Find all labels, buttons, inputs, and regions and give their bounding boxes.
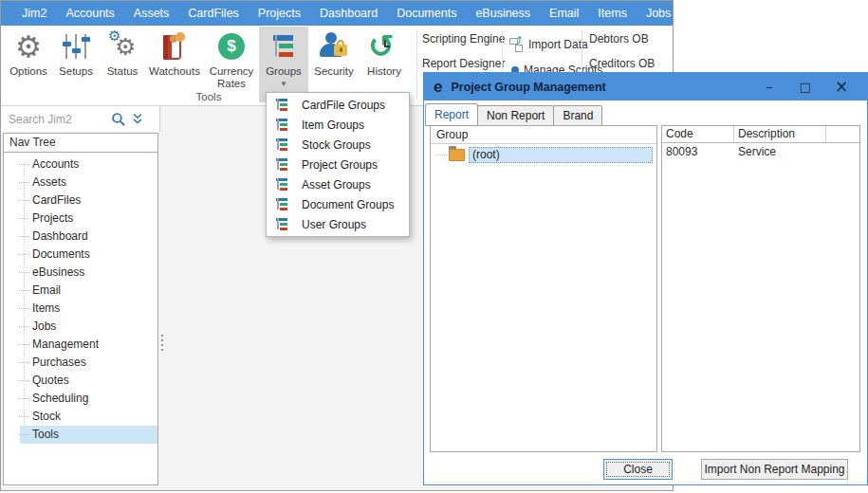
- menu-email[interactable]: Email: [540, 1, 588, 26]
- nav-item-tools[interactable]: Tools: [20, 426, 157, 444]
- dialog-titlebar[interactable]: e Project Group Management – □ ×: [424, 73, 867, 100]
- cell-code: 80093: [662, 143, 734, 160]
- minimize-button[interactable]: –: [751, 73, 787, 100]
- close-button[interactable]: Close: [603, 459, 673, 480]
- nav-item-scheduling[interactable]: Scheduling: [20, 390, 157, 408]
- nav-item-management[interactable]: Management: [20, 336, 157, 354]
- menu-jobs[interactable]: Jobs: [637, 1, 680, 26]
- column-header-description[interactable]: Description: [734, 126, 826, 142]
- report-designer-link[interactable]: Report Designer: [422, 57, 505, 70]
- maximize-button[interactable]: □: [787, 73, 823, 100]
- search-icon[interactable]: [111, 112, 126, 127]
- menu-item-stock-groups[interactable]: Stock Groups: [267, 135, 409, 155]
- setups-button[interactable]: Setups: [52, 27, 100, 91]
- column-header-code[interactable]: Code: [662, 126, 734, 142]
- nav-item-jobs[interactable]: Jobs: [20, 318, 157, 336]
- menu-item-asset-groups[interactable]: Asset Groups: [267, 174, 409, 194]
- column-header-empty: [826, 126, 859, 142]
- tree-icon: [275, 217, 289, 231]
- nav-item-quotes[interactable]: Quotes: [20, 372, 157, 390]
- menu-projects[interactable]: Projects: [249, 1, 310, 26]
- import-non-report-mapping-button[interactable]: Import Non Report Mapping: [701, 459, 848, 480]
- watchouts-button[interactable]: Watchouts: [145, 27, 204, 91]
- nav-tree-panel: Nav Tree Accounts Assets CardFiles Proje…: [3, 133, 158, 485]
- tree-icon: [275, 98, 289, 112]
- root-tree-item[interactable]: (root): [469, 147, 653, 163]
- import-pages-icon: ⤴: [509, 37, 525, 52]
- nav-tree-list: Accounts Assets CardFiles Projects Dashb…: [4, 153, 157, 444]
- menu-jim2[interactable]: Jim2: [12, 1, 56, 26]
- close-window-button[interactable]: ×: [823, 73, 859, 100]
- security-button[interactable]: Security: [308, 27, 360, 91]
- dialog-tabs: Report Non Report Brand: [425, 103, 601, 126]
- menu-accounts[interactable]: Accounts: [56, 1, 123, 26]
- person-lock-icon: [318, 29, 350, 64]
- tree-icon: [275, 177, 289, 192]
- group-list-panel: Code Description 80093 Service: [661, 125, 860, 452]
- menu-item-project-groups[interactable]: Project Groups: [267, 155, 409, 174]
- cell-description: Service: [734, 143, 826, 160]
- sliders-icon: [62, 29, 90, 64]
- import-data-link[interactable]: ⤴ Import Data: [509, 37, 588, 52]
- status-button[interactable]: ⚙ ⚙ Status: [100, 27, 145, 91]
- book-icon: [159, 29, 190, 64]
- debtors-ob-link[interactable]: Debtors OB: [589, 32, 649, 46]
- nav-item-purchases[interactable]: Purchases: [20, 354, 157, 372]
- table-row[interactable]: 80093 Service: [662, 143, 859, 160]
- dollar-coin-icon: $: [218, 29, 245, 64]
- tab-non-report[interactable]: Non Report: [477, 105, 554, 126]
- tree-icon: [275, 197, 289, 211]
- menu-documents[interactable]: Documents: [387, 1, 466, 26]
- clock-undo-icon: ↺: [368, 29, 400, 64]
- menu-item-document-groups[interactable]: Document Groups: [267, 194, 409, 214]
- tree-icon: [275, 157, 289, 172]
- jim2-logo-icon: e: [434, 73, 442, 100]
- currency-rates-button[interactable]: $ Currency Rates: [204, 27, 259, 91]
- table-header: Code Description: [662, 126, 859, 143]
- menu-item-item-groups[interactable]: Item Groups: [267, 115, 409, 135]
- nav-item-projects[interactable]: Projects: [20, 210, 157, 228]
- menu-ebusiness[interactable]: eBusiness: [466, 1, 540, 26]
- menu-cardfiles[interactable]: CardFiles: [178, 1, 249, 26]
- ribbon-separator: [416, 29, 417, 100]
- scripting-engine-link[interactable]: Scripting Engine: [422, 32, 505, 46]
- folder-icon: [449, 149, 465, 161]
- tab-brand[interactable]: Brand: [553, 105, 602, 126]
- nav-item-accounts[interactable]: Accounts: [20, 155, 157, 173]
- nav-item-dashboard[interactable]: Dashboard: [20, 228, 157, 246]
- options-button[interactable]: ⚙ Options: [5, 27, 52, 91]
- tree-row-root[interactable]: (root): [431, 147, 656, 163]
- splitter-handle[interactable]: [161, 335, 163, 351]
- menu-assets[interactable]: Assets: [124, 1, 179, 26]
- search-bar: [1, 106, 160, 132]
- double-gear-icon: ⚙ ⚙: [107, 29, 138, 64]
- nav-item-stock[interactable]: Stock: [20, 408, 157, 426]
- nav-item-cardfiles[interactable]: CardFiles: [20, 192, 157, 210]
- dialog-title: Project Group Management: [451, 81, 605, 94]
- menu-item-user-groups[interactable]: User Groups: [267, 214, 409, 234]
- gear-icon: ⚙: [15, 29, 42, 64]
- tree-icon: [275, 137, 289, 152]
- nav-item-items[interactable]: Items: [20, 300, 157, 318]
- search-input[interactable]: [9, 113, 107, 126]
- groups-dropdown-menu: CardFile Groups Item Groups Stock Groups…: [266, 92, 410, 237]
- nav-tree-header: Nav Tree: [4, 134, 157, 153]
- nav-item-assets[interactable]: Assets: [20, 173, 157, 192]
- menu-item-cardfile-groups[interactable]: CardFile Groups: [267, 95, 409, 115]
- creditors-ob-link[interactable]: Creditors OB: [589, 57, 655, 70]
- history-button[interactable]: ↺ History: [360, 27, 409, 91]
- menu-dashboard[interactable]: Dashboard: [310, 1, 387, 26]
- chevron-down-icon: ▾: [282, 79, 286, 88]
- menu-items[interactable]: Items: [588, 1, 637, 26]
- tree-connector: [436, 155, 447, 155]
- nav-item-email[interactable]: Email: [20, 282, 157, 300]
- tab-report[interactable]: Report: [425, 103, 478, 126]
- double-chevron-down-icon[interactable]: [132, 113, 143, 125]
- group-panel-header: Group: [431, 126, 656, 144]
- tree-icon: [271, 29, 296, 64]
- menubar: Jim2 Accounts Assets CardFiles Projects …: [1, 1, 673, 26]
- tree-icon: [275, 118, 289, 132]
- nav-item-documents[interactable]: Documents: [20, 246, 157, 264]
- group-tree-panel: Group (root): [430, 125, 657, 452]
- nav-item-ebusiness[interactable]: eBusiness: [20, 264, 157, 282]
